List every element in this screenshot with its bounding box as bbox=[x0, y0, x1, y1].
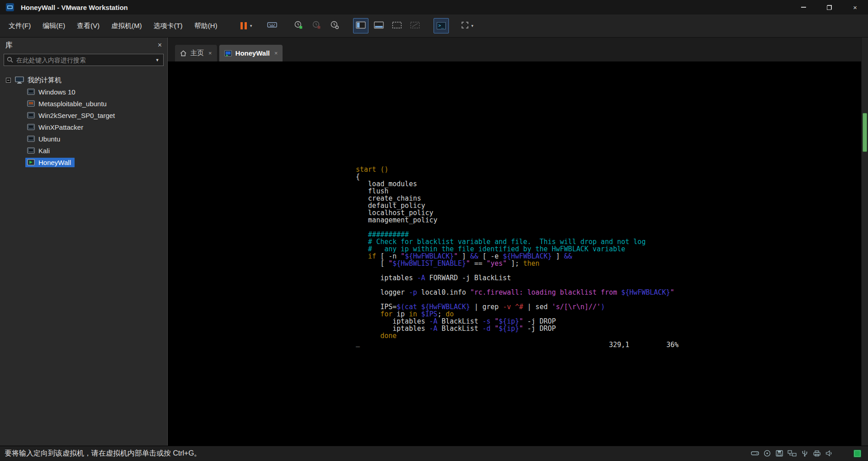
computer-icon bbox=[15, 76, 24, 84]
search-input[interactable] bbox=[16, 56, 151, 64]
floppy-icon[interactable] bbox=[775, 450, 783, 457]
tab-bar: 主页 × HoneyWall × bbox=[168, 38, 868, 61]
vm-workspace: 主页 × HoneyWall × start (){ load_modules … bbox=[168, 38, 868, 446]
vm-icon bbox=[27, 136, 35, 142]
minimize-button[interactable] bbox=[791, 0, 816, 14]
window-title: HoneyWall - VMware Workstation bbox=[21, 4, 128, 11]
tab-close-icon[interactable]: × bbox=[208, 50, 212, 56]
hard-disk-icon[interactable] bbox=[751, 450, 759, 457]
tree-item-kali[interactable]: Kali bbox=[0, 145, 167, 156]
fit-guest-button[interactable] bbox=[389, 18, 405, 33]
take-snapshot-icon bbox=[294, 20, 303, 31]
tab-home[interactable]: 主页 × bbox=[175, 44, 217, 61]
device-status-icons bbox=[751, 446, 833, 461]
printer-icon[interactable] bbox=[813, 450, 821, 457]
tree-item-label: Ubuntu bbox=[38, 135, 60, 143]
tree-collapse-icon[interactable] bbox=[6, 78, 11, 83]
cd-rom-icon[interactable] bbox=[763, 450, 771, 457]
tree-item-label: Kali bbox=[38, 147, 50, 155]
toolbar: ▾ bbox=[237, 18, 476, 33]
console-view-toggle[interactable]: >_ bbox=[434, 18, 449, 33]
status-bar: 要将输入定向到该虚拟机，请在虚拟机内部单击或按 Ctrl+G。 bbox=[0, 446, 868, 461]
thumbnail-bar-icon bbox=[374, 21, 384, 31]
tree-item-my-computer[interactable]: 我的计算机 bbox=[0, 74, 167, 86]
pause-button[interactable]: ▾ bbox=[238, 18, 254, 33]
tab-label: 主页 bbox=[190, 49, 204, 57]
tree-item-windows10[interactable]: Windows 10 bbox=[0, 86, 167, 98]
vmware-logo-icon bbox=[5, 3, 14, 12]
library-title: 库 bbox=[5, 41, 13, 50]
vm-state-indicator[interactable] bbox=[854, 450, 861, 457]
search-dropdown-icon[interactable]: ▼ bbox=[151, 54, 163, 66]
fullscreen-button[interactable]: ▾ bbox=[460, 18, 475, 33]
vm-icon bbox=[27, 100, 35, 107]
window-controls: × bbox=[791, 0, 868, 14]
revert-snapshot-icon bbox=[312, 20, 321, 31]
tree-item-winxpattacker[interactable]: WinXPattacker bbox=[0, 121, 167, 133]
manage-snapshots-icon bbox=[330, 20, 339, 31]
minimize-icon bbox=[801, 7, 806, 8]
library-panel: 库 × ▼ bbox=[0, 38, 168, 446]
tab-close-icon[interactable]: × bbox=[274, 50, 278, 56]
vm-icon bbox=[27, 124, 35, 130]
vm-tab-icon bbox=[224, 50, 232, 56]
vm-running-icon bbox=[27, 159, 35, 165]
vim-scroll-percent: 36% bbox=[666, 341, 679, 349]
menu-vm[interactable]: 虚拟机(M) bbox=[105, 18, 148, 34]
keyboard-icon bbox=[267, 21, 277, 30]
revert-snapshot-button[interactable] bbox=[309, 18, 324, 33]
main-menu: 文件(F) 编辑(E) 查看(V) 虚拟机(M) 选项卡(T) 帮助(H) bbox=[3, 18, 223, 34]
show-thumbnail-bar-toggle[interactable] bbox=[371, 18, 387, 33]
network-icon[interactable] bbox=[788, 450, 797, 457]
fullscreen-icon bbox=[461, 21, 469, 31]
vm-console-screen[interactable]: start (){ load_modules flush create_chai… bbox=[168, 61, 861, 446]
pause-icon bbox=[241, 22, 243, 29]
tree-item-win2kserver[interactable]: Win2kServer_SP0_target bbox=[0, 109, 167, 121]
manage-snapshots-button[interactable] bbox=[327, 18, 342, 33]
vm-icon bbox=[27, 147, 35, 154]
vim-editor-text: start (){ load_modules flush create_chai… bbox=[356, 166, 674, 347]
library-search-box: ▼ bbox=[4, 54, 164, 66]
tree-item-label: HoneyWall bbox=[38, 159, 71, 166]
tab-label: HoneyWall bbox=[236, 49, 270, 57]
tree-item-ubuntu[interactable]: Ubuntu bbox=[0, 133, 167, 145]
fit-guest-icon bbox=[392, 21, 402, 31]
tree-item-metasploitable[interactable]: Metasploitable_ubuntu bbox=[0, 98, 167, 109]
title-bar: HoneyWall - VMware Workstation × bbox=[0, 0, 868, 14]
tree-item-label: Windows 10 bbox=[38, 88, 75, 96]
fit-window-button[interactable] bbox=[407, 18, 423, 33]
library-close-icon[interactable]: × bbox=[158, 41, 162, 49]
tree-item-label: Metasploitable_ubuntu bbox=[38, 100, 107, 108]
restore-button[interactable] bbox=[816, 0, 842, 14]
send-ctrl-alt-del-button[interactable] bbox=[264, 18, 280, 33]
search-icon bbox=[7, 56, 14, 63]
content-area: 库 × ▼ bbox=[0, 38, 868, 446]
vm-tree: 我的计算机 Windows 10 Metasploitable_ubuntu bbox=[0, 69, 167, 168]
sound-icon[interactable] bbox=[825, 450, 833, 457]
close-icon: × bbox=[853, 4, 857, 11]
menu-edit[interactable]: 编辑(E) bbox=[37, 18, 71, 34]
restore-icon bbox=[827, 5, 832, 10]
vim-ruler: 329,1 bbox=[609, 341, 629, 349]
library-header: 库 × bbox=[0, 38, 167, 53]
tree-item-label: Win2kServer_SP0_target bbox=[38, 112, 115, 119]
fullscreen-dropdown-caret-icon[interactable]: ▾ bbox=[471, 24, 473, 28]
scrollbar-thumb[interactable] bbox=[863, 113, 867, 152]
menu-file[interactable]: 文件(F) bbox=[3, 18, 37, 34]
menu-tabs[interactable]: 选项卡(T) bbox=[148, 18, 189, 34]
pause-dropdown-caret-icon[interactable]: ▾ bbox=[250, 24, 252, 28]
show-library-toggle[interactable] bbox=[353, 18, 368, 33]
usb-icon[interactable] bbox=[801, 450, 809, 457]
close-button[interactable]: × bbox=[842, 0, 868, 14]
tab-honeywall[interactable]: HoneyWall × bbox=[219, 44, 283, 61]
menu-help[interactable]: 帮助(H) bbox=[189, 18, 223, 34]
tree-item-honeywall[interactable]: HoneyWall bbox=[0, 156, 167, 168]
menu-view[interactable]: 查看(V) bbox=[71, 18, 105, 34]
library-panel-icon bbox=[356, 21, 366, 31]
tree-item-label: WinXPattacker bbox=[38, 123, 83, 131]
menu-bar: 文件(F) 编辑(E) 查看(V) 虚拟机(M) 选项卡(T) 帮助(H) ▾ bbox=[0, 14, 868, 38]
take-snapshot-button[interactable] bbox=[291, 18, 306, 33]
vm-icon bbox=[27, 89, 35, 95]
vertical-scrollbar[interactable] bbox=[861, 38, 868, 446]
terminal-icon: >_ bbox=[437, 22, 446, 29]
